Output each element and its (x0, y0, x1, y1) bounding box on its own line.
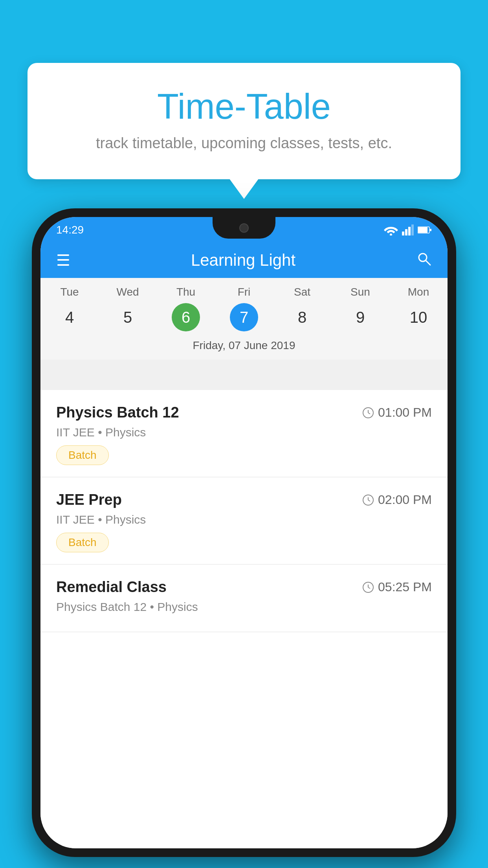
calendar-day-col[interactable]: Wed5 (99, 286, 157, 331)
clock-icon (362, 581, 374, 593)
schedule-item[interactable]: JEE Prep02:00 PMIIT JEE • PhysicsBatch (40, 477, 448, 565)
schedule-item-header: Physics Batch 1201:00 PM (56, 404, 432, 421)
signal-icon (402, 224, 414, 235)
calendar-day-col[interactable]: Sun9 (331, 286, 389, 331)
schedule-name: Remedial Class (56, 579, 167, 596)
app-title: Learning Light (191, 251, 295, 270)
schedule-time: 01:00 PM (362, 405, 432, 420)
schedule-time-value: 01:00 PM (378, 405, 432, 420)
schedule-meta: IIT JEE • Physics (56, 513, 432, 526)
schedule-name: Physics Batch 12 (56, 404, 179, 421)
day-label: Wed (116, 286, 139, 298)
day-number[interactable]: 6 (172, 303, 200, 331)
schedule-time-value: 02:00 PM (378, 493, 432, 507)
schedule-time-value: 05:25 PM (378, 580, 432, 594)
svg-rect-4 (411, 224, 414, 235)
calendar-day-col[interactable]: Thu6 (157, 286, 215, 331)
day-number[interactable]: 9 (346, 303, 374, 331)
search-icon[interactable] (416, 251, 432, 270)
tooltip-card: Time-Table track timetable, upcoming cla… (28, 63, 460, 179)
svg-rect-6 (418, 227, 427, 233)
batch-tag: Batch (56, 445, 109, 465)
schedule-meta: IIT JEE • Physics (56, 426, 432, 439)
day-number[interactable]: 4 (55, 303, 84, 331)
selected-date-label: Friday, 07 June 2019 (40, 335, 448, 360)
day-number[interactable]: 10 (404, 303, 433, 331)
battery-icon (418, 226, 432, 234)
day-label: Tue (60, 286, 79, 298)
wifi-icon (384, 224, 398, 235)
tooltip-subtitle: track timetable, upcoming classes, tests… (59, 135, 429, 152)
svg-line-15 (368, 500, 370, 501)
day-label: Thu (176, 286, 195, 298)
schedule-item[interactable]: Remedial Class05:25 PMPhysics Batch 12 •… (40, 565, 448, 632)
phone-device: 14:29 (32, 208, 456, 857)
calendar-day-col[interactable]: Tue4 (40, 286, 99, 331)
calendar-day-col[interactable]: Fri7 (215, 286, 273, 331)
phone-body: 14:29 (32, 208, 456, 857)
phone-notch (213, 217, 275, 239)
svg-point-0 (390, 234, 392, 235)
svg-line-9 (426, 260, 430, 265)
status-time: 14:29 (56, 224, 84, 236)
schedule-name: JEE Prep (56, 491, 122, 508)
calendar-day-col[interactable]: Mon10 (389, 286, 448, 331)
day-label: Sat (294, 286, 310, 298)
schedule-item[interactable]: Physics Batch 1201:00 PMIIT JEE • Physic… (40, 390, 448, 477)
camera-dot (239, 223, 249, 233)
schedule-meta: Physics Batch 12 • Physics (56, 600, 432, 614)
schedule-list: Physics Batch 1201:00 PMIIT JEE • Physic… (40, 390, 448, 848)
day-number[interactable]: 8 (288, 303, 316, 331)
calendar-days: Tue4Wed5Thu6Fri7Sat8Sun9Mon10 (40, 278, 448, 335)
clock-icon (362, 407, 374, 419)
svg-rect-1 (402, 232, 404, 235)
schedule-time: 02:00 PM (362, 493, 432, 507)
schedule-item-header: JEE Prep02:00 PM (56, 491, 432, 508)
clock-icon (362, 494, 374, 506)
status-icons (384, 224, 432, 235)
phone-screen: 14:29 (40, 217, 448, 848)
day-number[interactable]: 5 (114, 303, 142, 331)
menu-icon[interactable]: ☰ (56, 251, 70, 269)
svg-rect-7 (430, 229, 431, 231)
batch-tag: Batch (56, 533, 109, 552)
schedule-item-header: Remedial Class05:25 PM (56, 579, 432, 596)
day-number[interactable]: 7 (230, 303, 258, 331)
calendar-day-col[interactable]: Sat8 (273, 286, 331, 331)
app-header: ☰ Learning Light (40, 243, 448, 278)
calendar-section: Tue4Wed5Thu6Fri7Sat8Sun9Mon10 Friday, 07… (40, 278, 448, 360)
day-label: Sun (350, 286, 370, 298)
tooltip-title: Time-Table (59, 86, 429, 127)
schedule-time: 05:25 PM (362, 580, 432, 594)
day-label: Mon (408, 286, 429, 298)
svg-line-18 (368, 587, 370, 588)
svg-rect-3 (408, 227, 411, 235)
svg-line-12 (368, 413, 370, 414)
day-label: Fri (238, 286, 251, 298)
svg-rect-2 (405, 229, 407, 235)
